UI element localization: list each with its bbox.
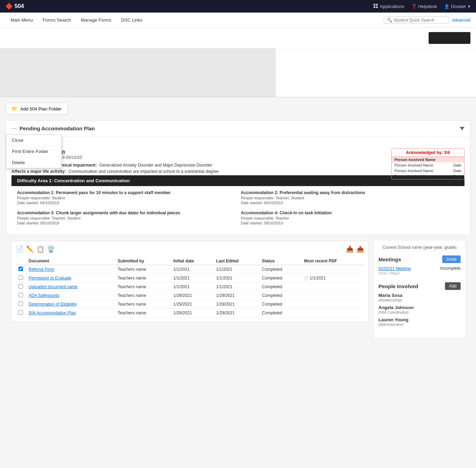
person-role: (504 Coordinator) xyxy=(378,310,461,314)
row-checkbox[interactable] xyxy=(18,310,23,315)
row-checkbox-cell[interactable] xyxy=(16,265,26,274)
dropdown-delete[interactable]: Delete xyxy=(6,157,61,168)
col-most-recent-pdf: Most recent PDF xyxy=(301,257,364,265)
ack-date-1: Date xyxy=(453,163,461,167)
logo-diamond xyxy=(6,3,13,10)
meetings-header: Meetings Invite xyxy=(378,255,461,263)
helpdesk-nav[interactable]: ❓ Helpdesk xyxy=(411,4,437,9)
docs-toolbar-right: 📥 📤 xyxy=(346,245,364,253)
meeting-link[interactable]: 02/02/21 Meeting xyxy=(378,266,411,271)
col-document: Document xyxy=(26,257,115,265)
row-checkbox-cell[interactable] xyxy=(16,283,26,291)
dropdown-menu: Close Print Entire Folder Delete xyxy=(6,135,62,168)
advanced-link[interactable]: Advanced xyxy=(452,18,470,23)
person-name: Lauren Young xyxy=(378,317,461,322)
meetings-title: Meetings xyxy=(378,256,401,262)
app-title: 504 xyxy=(15,3,24,9)
dropdown-close[interactable]: Close xyxy=(6,135,61,146)
search-input[interactable] xyxy=(394,18,446,23)
doc-name[interactable]: Determination of Eligibility xyxy=(26,300,115,309)
row-checkbox-cell[interactable] xyxy=(16,309,26,317)
doc-pdf: 📄1/1/2021 xyxy=(301,274,364,283)
life-activity-field: Affects a major life activity: Communica… xyxy=(11,169,218,174)
row-checkbox-cell[interactable] xyxy=(16,300,26,309)
main-menu-nav[interactable]: Main Menu xyxy=(6,13,38,28)
add-folder-button[interactable]: 📁 Add 504 Plan Folder xyxy=(6,103,68,115)
table-row: ADA Safegaurds Teachers name 1/29/2021 1… xyxy=(16,291,364,300)
accordion-pending: ··· Pending Accommodation Plan Close Pri… xyxy=(6,120,470,235)
content-row: 📄 ✏️ 📋 🗑️ 📥 📤 Document xyxy=(6,241,470,343)
accom-num: Accommodation 2: Preferential seating aw… xyxy=(241,190,459,195)
row-checkbox[interactable] xyxy=(18,284,23,289)
documents-table: Document Submitted by Initial date Last … xyxy=(16,257,364,317)
import-icon[interactable]: 📥 xyxy=(346,245,354,253)
doc-submitted: Teachers name xyxy=(115,274,171,283)
new-doc-icon[interactable]: 📄 xyxy=(16,245,23,253)
doc-last-edited: 1/29/2021 xyxy=(213,291,259,300)
student-panel xyxy=(0,48,476,97)
user-icon: 👤 xyxy=(444,4,450,9)
folder-icon: 📁 xyxy=(11,106,17,112)
dropdown-print[interactable]: Print Entire Folder xyxy=(6,146,61,157)
documents-section: 📄 ✏️ 📋 🗑️ 📥 📤 Document xyxy=(11,241,369,338)
search-icon: 🔍 xyxy=(387,17,392,23)
row-checkbox[interactable] xyxy=(18,275,23,280)
col-status: Status xyxy=(259,257,301,265)
ack-name-1: Person Involved Name xyxy=(394,163,433,167)
accom-num: Accommodation 1: Permanent pass for 10 m… xyxy=(17,190,235,195)
add-person-button[interactable]: Add xyxy=(445,282,461,290)
doc-pdf xyxy=(301,265,364,274)
docs-toolbar: 📄 ✏️ 📋 🗑️ 📥 📤 xyxy=(16,245,364,253)
accordion-header: ··· Pending Accommodation Plan Close Pri… xyxy=(6,121,470,137)
app-logo[interactable]: 504 xyxy=(6,3,24,10)
ack-date-2: Date xyxy=(453,169,461,173)
doc-name[interactable]: Referral Form xyxy=(26,265,115,274)
people-involved-section: People Involved Add Maria Sosa (Relation… xyxy=(378,282,461,327)
difficulty-label: Difficulty Area 1: Concentration and Com… xyxy=(17,178,130,183)
sidebar-panel: Current School name (year-year, grade) M… xyxy=(374,241,465,338)
pdf-flag: 📄 xyxy=(304,276,309,280)
user-nav[interactable]: 👤 Doubet ▾ xyxy=(444,4,470,9)
doc-last-edited: 1/29/2021 xyxy=(213,309,259,317)
table-row: 504 Accommodation Plan Teachers name 1/2… xyxy=(16,309,364,317)
row-checkbox[interactable] xyxy=(18,301,23,306)
accom-responsible: People responsible: Teacher, Student xyxy=(17,216,235,220)
col-submitted-by: Submitted by xyxy=(115,257,171,265)
ack-header-row: Person Involved Name xyxy=(392,157,464,162)
doc-last-edited: 1/29/2021 xyxy=(213,300,259,309)
accordion-dots[interactable]: ··· xyxy=(11,125,17,132)
doc-name[interactable]: Permission to Evaluate xyxy=(26,274,115,283)
export-icon[interactable]: 📤 xyxy=(356,245,364,253)
person-name: Maria Sosa xyxy=(378,293,461,298)
doc-name[interactable]: 504 Accommodation Plan xyxy=(26,309,115,317)
accommodation-item-4: Accommodation 4: Check-in on task initia… xyxy=(241,210,459,225)
manage-forms-nav[interactable]: Manage Forms xyxy=(76,13,116,28)
doc-last-edited: 1/1/2021 xyxy=(213,265,259,274)
forms-search-nav[interactable]: Forms Search xyxy=(38,13,76,28)
edit-doc-icon[interactable]: ✏️ xyxy=(26,245,34,253)
table-row: Determination of Eligibility Teachers na… xyxy=(16,300,364,309)
doc-name[interactable]: Uploaded document name xyxy=(26,283,115,291)
row-checkbox-cell[interactable] xyxy=(16,291,26,300)
top-nav: 504 Applications ❓ Helpdesk 👤 Doubet ▾ xyxy=(0,0,476,13)
row-checkbox-cell[interactable] xyxy=(16,274,26,283)
row-checkbox[interactable] xyxy=(18,293,23,297)
invite-button[interactable]: Invite xyxy=(442,255,461,263)
chevron-down-icon: ▾ xyxy=(468,4,470,9)
ack-row-2: Person Involved Name Date xyxy=(392,168,464,174)
doc-submitted: Teachers name xyxy=(115,283,171,291)
person-role: (Administrator) xyxy=(378,322,461,327)
action-button[interactable] xyxy=(429,32,470,44)
docs-toolbar-left: 📄 ✏️ 📋 🗑️ xyxy=(16,245,55,253)
people-list: Maria Sosa (Relationship) Angela Johnson… xyxy=(378,293,461,327)
row-checkbox[interactable] xyxy=(18,267,23,271)
doc-name[interactable]: ADA Safegaurds xyxy=(26,291,115,300)
doc-pdf xyxy=(301,309,364,317)
dsc-links-nav[interactable]: DSC Links xyxy=(116,13,147,28)
ack-date-3: Date xyxy=(453,174,461,178)
delete-doc-icon[interactable]: 🗑️ xyxy=(47,245,55,253)
copy-doc-icon[interactable]: 📋 xyxy=(37,245,44,253)
life-activity-label: Affects a major life activity: xyxy=(11,169,66,174)
applications-nav[interactable]: Applications xyxy=(374,4,404,9)
accordion-chevron-icon[interactable] xyxy=(460,127,465,130)
